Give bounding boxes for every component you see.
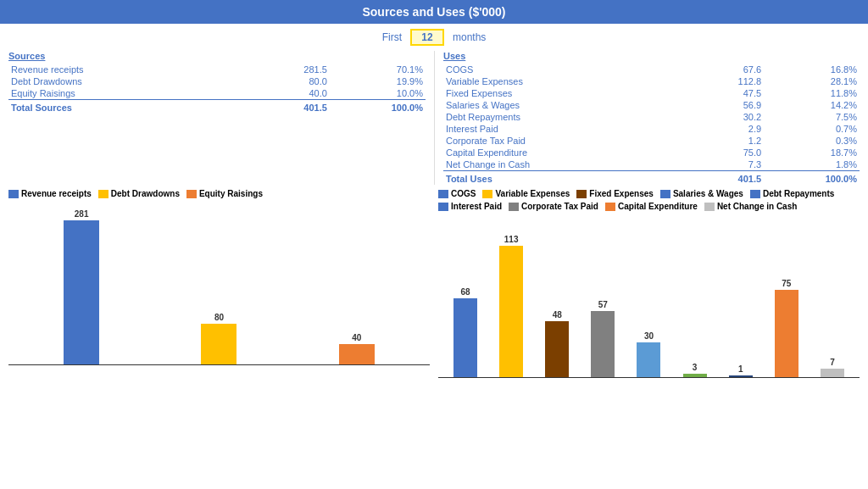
uses-row: Corporate Tax Paid 1.2 0.3% [443,135,860,147]
left-legend-label-2: Equity Raisings [199,189,263,198]
uses-value-2: 47.5 [672,87,764,99]
uses-value-5: 2.9 [672,123,764,135]
right-chart: COGSVariable ExpensesFixed ExpensesSalar… [434,189,864,378]
right-bar-group-8: 7 [821,358,844,377]
uses-value-4: 30.2 [672,111,764,123]
right-bar-5 [683,374,707,377]
uses-pct-3: 14.2% [764,99,860,111]
right-chart-baseline [438,377,860,378]
left-bar-label-0: 281 [75,209,89,219]
uses-heading: Uses [443,51,860,61]
right-legend-item-7: Capital Expenditure [605,202,698,211]
months-row: First 12 months [0,24,868,51]
uses-label-3: Salaries & Wages [443,99,672,111]
right-bar-7 [775,290,798,377]
uses-pct-5: 0.7% [764,123,860,135]
right-legend-color-7 [605,203,615,211]
uses-row: Fixed Expenses 47.5 11.8% [443,87,860,99]
uses-row: Capital Expenditure 75.0 18.7% [443,147,860,158]
uses-value-7: 75.0 [672,147,764,158]
uses-label-0: COGS [443,64,672,75]
uses-label-7: Capital Expenditure [443,147,672,158]
uses-pct-8: 1.8% [764,158,860,171]
left-bar-group-2: 40 [339,333,375,364]
right-legend-item-4: Debt Repayments [750,189,834,198]
left-chart-baseline [8,364,430,365]
right-legend-item-1: Variable Expenses [482,189,570,198]
right-legend-label-4: Debt Repayments [763,189,834,198]
right-legend-item-6: Corporate Tax Paid [509,202,598,211]
uses-value-0: 67.6 [672,64,764,75]
right-legend-label-8: Net Change in Cash [717,202,797,211]
left-bar-0 [64,220,99,364]
right-bar-0 [453,298,477,377]
left-chart-bars: 281 80 40 [8,203,430,364]
left-legend-color-1 [98,190,108,198]
right-legend-color-3 [660,190,670,198]
right-bar-label-7: 75 [782,279,791,288]
left-legend-item-2: Equity Raisings [186,189,263,198]
uses-pct-1: 28.1% [764,75,860,87]
right-legend-color-6 [509,203,519,211]
left-bar-label-2: 40 [352,333,361,342]
right-legend-color-0 [438,190,448,198]
uses-value-1: 112.8 [672,75,764,87]
left-bar-label-1: 80 [214,313,224,322]
right-legend-color-8 [704,203,715,211]
months-input[interactable]: 12 [410,29,444,46]
sources-label-2: Equity Raisings [8,87,238,100]
uses-row: Salaries & Wages 56.9 14.2% [443,99,860,111]
right-legend-item-0: COGS [438,189,476,198]
right-legend-label-5: Interest Paid [451,202,502,211]
right-bar-group-7: 75 [775,279,798,377]
sources-total-pct: 100.0% [330,100,426,114]
right-bar-group-0: 68 [453,287,477,377]
right-bar-8 [821,369,844,377]
uses-pct-6: 0.3% [764,135,860,147]
sources-panel: Sources Revenue receipts 281.5 70.1% Deb… [0,51,434,185]
right-bar-4 [637,342,660,377]
right-legend-label-3: Salaries & Wages [673,189,743,198]
uses-label-4: Debt Repayments [443,111,672,123]
right-bar-label-4: 30 [644,331,654,341]
right-legend-item-5: Interest Paid [438,202,502,211]
uses-pct-7: 18.7% [764,147,860,158]
right-bar-group-6: 1 [729,364,753,377]
sources-total-row: Total Sources 401.5 100.0% [8,100,426,114]
uses-label-6: Corporate Tax Paid [443,135,672,147]
uses-label-5: Interest Paid [443,123,672,135]
sources-pct-2: 10.0% [330,87,426,100]
uses-pct-4: 7.5% [764,111,860,123]
uses-value-3: 56.9 [672,99,764,111]
right-legend-label-2: Fixed Expenses [589,189,654,198]
uses-row: Variable Expenses 112.8 28.1% [443,75,860,87]
right-legend-color-1 [482,190,492,198]
sources-label-1: Debt Drawdowns [8,75,238,87]
left-legend-label-0: Revenue receipts [21,189,92,198]
uses-value-8: 7.3 [672,158,764,171]
sources-row: Debt Drawdowns 80.0 19.9% [8,75,426,87]
left-bar-group-1: 80 [201,313,236,364]
right-bar-label-0: 68 [460,287,470,297]
uses-pct-2: 11.8% [764,87,860,99]
sources-heading: Sources [8,51,426,61]
uses-total-value: 401.5 [672,171,764,186]
uses-value-6: 1.2 [672,135,764,147]
right-chart-legend: COGSVariable ExpensesFixed ExpensesSalar… [438,189,860,211]
left-bar-2 [339,344,375,364]
charts-area: Revenue receiptsDebt DrawdownsEquity Rai… [0,189,868,378]
right-bar-label-8: 7 [830,358,835,367]
uses-row: Net Change in Cash 7.3 1.8% [443,158,860,171]
left-bar-group-0: 281 [64,209,99,364]
uses-table: COGS 67.6 16.8% Variable Expenses 112.8 … [443,64,860,185]
left-legend-color-2 [186,190,197,198]
right-bar-1 [499,246,523,377]
right-legend-item-3: Salaries & Wages [660,189,743,198]
right-legend-item-8: Net Change in Cash [704,202,797,211]
page-title: Sources and Uses ($'000) [0,0,868,24]
months-pre-label: First [382,31,402,43]
sources-value-2: 40.0 [238,87,330,100]
sources-row: Revenue receipts 281.5 70.1% [8,64,426,75]
sources-pct-0: 70.1% [330,64,426,75]
right-bar-2 [545,321,569,377]
